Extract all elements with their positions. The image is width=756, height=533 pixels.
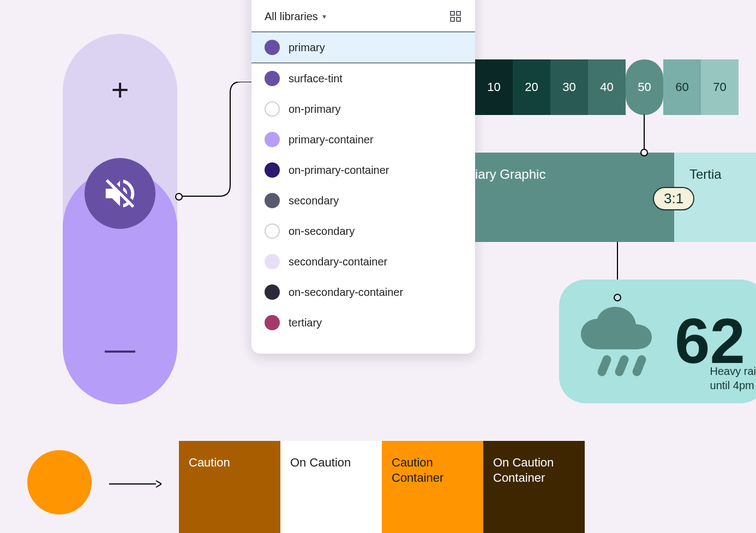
color-label: on-secondary: [289, 225, 355, 238]
color-label: secondary: [289, 195, 339, 207]
color-item-on-primary-container[interactable]: on-primary-container: [251, 155, 475, 185]
color-item-secondary[interactable]: secondary: [251, 185, 475, 216]
color-item-on-secondary[interactable]: on-secondary: [251, 216, 475, 246]
chevron-down-icon: ▾: [322, 12, 326, 21]
tonal-step-40[interactable]: 40: [588, 59, 626, 115]
color-label: on-primary-container: [289, 164, 389, 177]
color-label: primary: [289, 41, 325, 54]
color-list: primarysurface-tinton-primaryprimary-con…: [251, 32, 475, 338]
contrast-ratio-badge: 3:1: [653, 187, 694, 210]
tonal-step-20[interactable]: 20: [513, 59, 550, 115]
color-swatch: [265, 71, 280, 86]
libraries-dropdown[interactable]: All libraries ▾: [265, 10, 326, 23]
color-swatch: [265, 315, 280, 330]
caution-color-row: CautionOn CautionCaution ContainerOn Cau…: [179, 441, 585, 533]
libraries-label: All libraries: [265, 10, 318, 23]
volume-minus-icon[interactable]: —: [105, 331, 135, 366]
weather-icon-group: [581, 307, 663, 377]
color-swatch: [265, 40, 280, 55]
color-swatch: [265, 162, 280, 178]
tonal-step-60[interactable]: 60: [663, 59, 701, 115]
color-label: on-secondary-container: [289, 286, 403, 299]
color-label: secondary-container: [289, 256, 387, 268]
color-label: surface-tint: [289, 72, 343, 85]
mute-button[interactable]: [85, 158, 155, 229]
libraries-row: All libraries ▾: [251, 0, 475, 32]
connector-line: [176, 82, 255, 202]
forecast-text: Heavy raiuntil 4pm: [710, 364, 756, 392]
weather-card: 62 Heavy raiuntil 4pm: [559, 280, 756, 403]
color-item-surface-tint[interactable]: surface-tint: [251, 63, 475, 94]
color-label: primary-container: [289, 134, 374, 146]
temperature-value: 62: [675, 313, 745, 370]
caution-color-source: [27, 450, 92, 514]
caution-cell: Caution: [179, 441, 280, 533]
color-label: on-primary: [289, 103, 341, 116]
svg-rect-3: [457, 17, 460, 21]
caution-cell: Caution Container: [382, 441, 483, 533]
svg-rect-2: [451, 17, 454, 21]
arrow-icon: [109, 479, 161, 489]
color-item-secondary-container[interactable]: secondary-container: [251, 246, 475, 277]
svg-rect-1: [457, 11, 460, 15]
svg-rect-0: [451, 11, 454, 15]
connector-anchor: [640, 149, 648, 156]
tonal-step-50[interactable]: 50: [626, 59, 663, 115]
color-swatch: [265, 284, 280, 300]
volume-plus-icon[interactable]: +: [111, 72, 129, 107]
color-swatch: [265, 101, 280, 117]
color-swatch: [265, 193, 280, 208]
connector-line: [644, 114, 645, 152]
connector-anchor: [614, 294, 621, 301]
color-picker-panel: All libraries ▾ primarysurface-tinton-pr…: [251, 0, 475, 354]
volume-slider[interactable]: + —: [63, 34, 177, 404]
tonal-step-30[interactable]: 30: [550, 59, 588, 115]
tertiary-graphic-left: iary Graphic: [475, 153, 674, 242]
rain-icon: [600, 355, 644, 377]
grid-view-icon[interactable]: [449, 10, 462, 23]
tonal-palette: 10203040506070: [475, 59, 739, 115]
color-item-tertiary[interactable]: tertiary: [251, 307, 475, 338]
volume-off-icon: [101, 174, 139, 213]
caution-cell: On Caution: [280, 441, 382, 533]
tertiary-graphic-row: iary Graphic Tertia: [475, 153, 756, 242]
color-swatch: [265, 254, 280, 269]
color-item-on-primary[interactable]: on-primary: [251, 94, 475, 124]
color-label: tertiary: [289, 317, 322, 329]
color-item-on-secondary-container[interactable]: on-secondary-container: [251, 277, 475, 307]
color-swatch: [265, 132, 280, 147]
caution-cell: On Caution Container: [483, 441, 585, 533]
tonal-step-70[interactable]: 70: [701, 59, 739, 115]
tonal-step-10[interactable]: 10: [475, 59, 513, 115]
cloud-icon: [581, 307, 663, 349]
color-item-primary[interactable]: primary: [251, 32, 475, 63]
connector-anchor: [175, 193, 183, 201]
color-item-primary-container[interactable]: primary-container: [251, 124, 475, 155]
color-swatch: [265, 223, 280, 239]
